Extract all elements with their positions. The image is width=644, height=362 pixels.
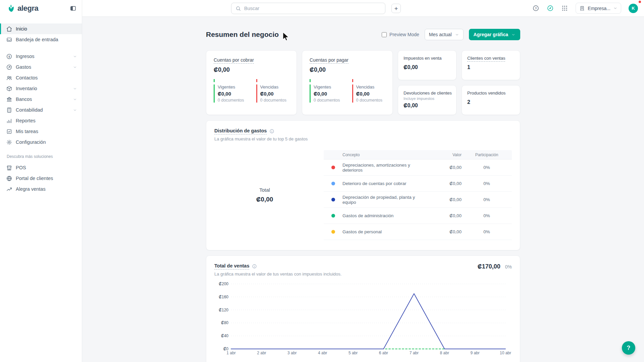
global-search[interactable] bbox=[231, 3, 385, 14]
sidebar-item[interactable]: Inventario bbox=[0, 83, 82, 94]
chevron-down-icon bbox=[613, 6, 618, 10]
sidebar-item[interactable]: Gastos bbox=[0, 62, 82, 72]
expense-donut-total: Total ₡0,00 bbox=[214, 150, 315, 240]
chevron-down-icon bbox=[511, 33, 516, 37]
card-title: Distribución de gastos bbox=[214, 128, 512, 134]
card-cuentas-por-pagar: Cuentas por pagar ₡0,00 Vigentes ₡0,00 0… bbox=[302, 50, 393, 115]
svg-text:2 abr: 2 abr bbox=[257, 351, 266, 355]
sales-total-amount: ₡170,00 bbox=[478, 263, 500, 270]
sidebar-item-label: Mis tareas bbox=[16, 129, 77, 134]
period-selector[interactable]: Mes actual bbox=[425, 29, 464, 40]
sidebar-item-label: POS bbox=[16, 165, 77, 170]
chevron-down-icon bbox=[73, 108, 77, 112]
expense-share: 0% bbox=[462, 165, 512, 170]
sidebar-item[interactable]: Bandeja de entrada bbox=[0, 34, 82, 45]
help-icon[interactable]: ? bbox=[532, 5, 539, 12]
sidebar-item-label: Configuración bbox=[16, 139, 77, 145]
vigentes-tick bbox=[214, 79, 215, 82]
sidebar-item[interactable]: Contactos bbox=[0, 72, 82, 83]
company-selector[interactable]: Empresa... bbox=[576, 3, 621, 14]
svg-text:₡80: ₡80 bbox=[221, 320, 228, 325]
user-avatar[interactable]: K bbox=[629, 4, 638, 13]
preview-mode-checkbox[interactable] bbox=[382, 32, 387, 37]
quick-add-button[interactable]: + bbox=[391, 4, 401, 13]
summary-cards-row: Cuentas por cobrar ₡0,00 Vigentes ₡0,00 … bbox=[206, 50, 520, 115]
panel-toggle-icon[interactable] bbox=[70, 5, 76, 12]
category-color-dot bbox=[331, 230, 335, 234]
sidebar-item-label: Portal de clientes bbox=[16, 176, 77, 181]
sidebar-item-label: Bancos bbox=[16, 97, 69, 102]
sidebar-item[interactable]: Contabilidad bbox=[0, 105, 82, 115]
sidebar-item[interactable]: $ Ingresos bbox=[0, 51, 82, 62]
main-area: Resumen del negocio Preview Mode Mes act… bbox=[82, 17, 644, 362]
info-icon[interactable] bbox=[269, 129, 274, 134]
svg-text:₡200: ₡200 bbox=[219, 282, 228, 286]
info-icon[interactable] bbox=[252, 264, 257, 269]
page-title: Resumen del negocio bbox=[206, 31, 279, 39]
vigentes-tick bbox=[310, 79, 311, 82]
svg-text:6 abr: 6 abr bbox=[379, 351, 388, 355]
add-chart-button[interactable]: Agregar gráfica bbox=[469, 29, 520, 40]
vencidas-tick bbox=[352, 79, 353, 82]
card-devoluciones-clientes: Devoluciones de clientes Incluye impuest… bbox=[398, 85, 457, 115]
sidebar-item[interactable]: Portal de clientes bbox=[0, 173, 82, 184]
company-name: Empresa... bbox=[588, 6, 610, 11]
svg-text:₡160: ₡160 bbox=[219, 295, 228, 299]
card-amount: ₡0,00 bbox=[310, 66, 385, 73]
svg-text:7 abr: 7 abr bbox=[410, 351, 419, 355]
sidebar-item-label: Reportes bbox=[16, 118, 77, 123]
expense-row: Gastos de administración ₡0,00 0% bbox=[324, 208, 512, 224]
explore-compass-icon[interactable] bbox=[547, 5, 554, 12]
card-cuentas-por-cobrar: Cuentas por cobrar ₡0,00 Vigentes ₡0,00 … bbox=[206, 50, 297, 115]
svg-text:8 abr: 8 abr bbox=[440, 351, 449, 355]
sidebar-item[interactable]: Inicio bbox=[0, 23, 82, 34]
alegra-logo-link[interactable]: alegra bbox=[7, 4, 38, 13]
sidebar-item[interactable]: Reportes bbox=[0, 115, 82, 126]
recording-indicator-dot bbox=[639, 1, 641, 3]
chevron-down-icon bbox=[455, 33, 459, 37]
card-productos-vendidos: Productos vendidos 2 bbox=[462, 85, 520, 115]
card-clientes-con-ventas: Clientes con ventas 1 bbox=[462, 50, 520, 80]
expense-share: 0% bbox=[462, 181, 512, 186]
expense-value: ₡0,00 bbox=[425, 181, 462, 186]
sidebar-item[interactable]: Configuración bbox=[0, 137, 82, 147]
category-color-dot bbox=[331, 182, 335, 185]
company-building-icon bbox=[579, 5, 585, 11]
sidebar: alegra Inicio Bandeja de entrada $ Ingre… bbox=[0, 0, 82, 362]
sidebar-item[interactable]: Alegra ventas bbox=[0, 184, 82, 194]
contacts-icon bbox=[6, 75, 12, 81]
page-header: Resumen del negocio Preview Mode Mes act… bbox=[206, 29, 520, 40]
sidebar-item-label: Alegra ventas bbox=[16, 186, 77, 192]
home-icon bbox=[6, 26, 12, 32]
expense-value: ₡0,00 bbox=[425, 229, 462, 234]
sidebar-item[interactable]: Mis tareas bbox=[0, 126, 82, 137]
apps-grid-icon[interactable] bbox=[561, 5, 568, 12]
expense-concept: Depreciación de propiedad, planta y equi… bbox=[342, 195, 425, 205]
svg-text:3 abr: 3 abr bbox=[287, 351, 297, 355]
expense-share: 0% bbox=[462, 229, 512, 234]
inbox-icon bbox=[6, 37, 12, 43]
preview-mode-toggle[interactable]: Preview Mode bbox=[382, 32, 419, 37]
sidebar-item-label: Contabilidad bbox=[16, 107, 69, 113]
pos-icon bbox=[6, 165, 12, 171]
alegra-wordmark: alegra bbox=[17, 4, 38, 13]
reports-icon bbox=[6, 118, 12, 124]
sidebar-item[interactable]: POS bbox=[0, 162, 82, 173]
expense-share: 0% bbox=[462, 197, 512, 202]
svg-text:1 abr: 1 abr bbox=[226, 351, 235, 355]
solutions-section-label: Descubra más soluciones bbox=[0, 147, 82, 162]
svg-text:5 abr: 5 abr bbox=[348, 351, 358, 355]
expense-row: Gastos de personal ₡0,00 0% bbox=[324, 224, 512, 240]
bank-icon bbox=[6, 96, 12, 103]
income-icon: $ bbox=[6, 53, 12, 60]
category-color-dot bbox=[331, 166, 335, 169]
sidebar-item[interactable]: Bancos bbox=[0, 94, 82, 105]
expense-concept: Deterioro de cuentas por cobrar bbox=[342, 181, 425, 186]
card-title: Cuentas por cobrar bbox=[214, 57, 289, 63]
sidebar-item-label: Gastos bbox=[16, 64, 69, 70]
help-fab-button[interactable]: ? bbox=[622, 341, 635, 355]
vencidas-column: Vencidas ₡0,00 0 documentos bbox=[352, 79, 385, 103]
search-input[interactable] bbox=[244, 6, 381, 11]
topbar: + ? Empresa... K bbox=[82, 0, 644, 17]
portal-icon bbox=[6, 175, 12, 182]
